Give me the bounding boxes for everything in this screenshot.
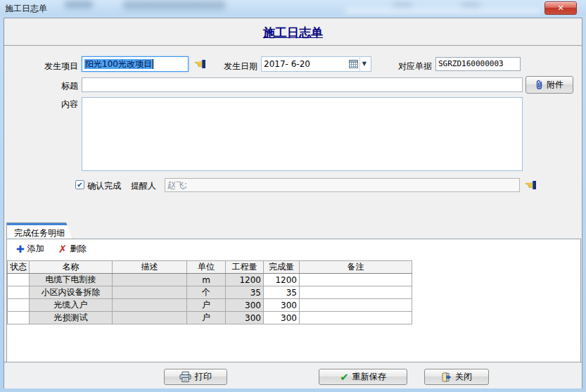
calendar-icon[interactable] — [349, 60, 358, 68]
table-toolbar: ✚ 添加 ✗ 删除 — [7, 239, 580, 258]
project-lookup-hand-icon[interactable]: ☚ — [194, 59, 205, 70]
table-cell[interactable] — [8, 312, 30, 324]
add-row-button[interactable]: ✚ 添加 — [16, 243, 44, 255]
reminder-lookup-hand-icon[interactable]: ☚ — [525, 180, 536, 191]
close-form-button-label: 关闭 — [455, 371, 472, 383]
background-window-artifact — [345, 8, 542, 14]
column-header[interactable]: 名称 — [30, 261, 113, 274]
footer-bar: 打印 ✔ 重新保存 关闭 — [4, 362, 582, 388]
table-cell[interactable]: 光损测试 — [30, 312, 113, 324]
table-cell[interactable] — [113, 274, 187, 286]
printer-icon — [179, 372, 191, 382]
dialog-panel: 施工日志单 发生项目 阳光100光改项目 ☚ 发生日期 2017- 6-20 ▼… — [4, 18, 582, 362]
table-header-row: 状态名称描述单位工程量完成量备注 — [8, 261, 412, 274]
task-table: 状态名称描述单位工程量完成量备注 电缆下电割接m12001200小区内设备拆除个… — [7, 260, 412, 324]
heading-band: 施工日志单 — [4, 18, 582, 46]
table-cell[interactable] — [113, 286, 187, 299]
content-label: 内容 — [43, 99, 78, 110]
date-value: 2017- 6-20 — [264, 57, 349, 71]
column-header[interactable]: 描述 — [113, 261, 187, 274]
table-cell[interactable] — [300, 286, 412, 299]
column-header[interactable]: 完成量 — [264, 261, 300, 274]
window-title: 施工日志单 — [5, 3, 47, 15]
table-cell[interactable] — [113, 299, 187, 312]
column-header[interactable]: 单位 — [187, 261, 226, 274]
table-row[interactable]: 光缆入户户300300 — [8, 299, 412, 312]
titlebar: 施工日志单 ✕ — [0, 0, 586, 15]
doc-label: 对应单据 — [390, 61, 432, 72]
table-cell[interactable]: 1200 — [226, 274, 264, 286]
column-header[interactable]: 备注 — [300, 261, 412, 274]
project-label: 发生项目 — [18, 61, 78, 72]
project-input[interactable]: 阳光100光改项目 — [82, 56, 189, 72]
table-cell[interactable] — [8, 274, 30, 286]
reminder-input[interactable]: 赵飞; — [165, 178, 520, 192]
table-cell[interactable]: 小区内设备拆除 — [30, 286, 113, 299]
table-cell[interactable]: 1200 — [264, 274, 300, 286]
date-picker[interactable]: 2017- 6-20 ▼ — [261, 56, 371, 72]
table-cell[interactable]: 35 — [226, 286, 264, 299]
table-cell[interactable] — [300, 299, 412, 312]
project-selected-text: 阳光100光改项目 — [84, 59, 153, 69]
column-header[interactable]: 工程量 — [226, 261, 264, 274]
attachment-button[interactable]: 附件 — [526, 76, 573, 94]
date-label: 发生日期 — [215, 61, 257, 72]
table-cell[interactable] — [300, 312, 412, 324]
delete-row-label: 删除 — [70, 243, 87, 255]
title-label: 标题 — [43, 80, 78, 92]
attachment-button-label: 附件 — [547, 79, 563, 91]
table-cell[interactable]: 电缆下电割接 — [30, 274, 113, 286]
table-cell[interactable]: 户 — [187, 299, 226, 312]
background-window-artifact — [123, 1, 225, 10]
delete-x-icon: ✗ — [58, 244, 68, 254]
save-button[interactable]: ✔ 重新保存 — [319, 369, 407, 385]
table-cell[interactable]: 户 — [187, 312, 226, 324]
construction-log-window: 施工日志单 ✕ 施工日志单 发生项目 阳光100光改项目 ☚ 发生日期 2017… — [0, 0, 586, 392]
confirm-label: 确认完成 — [87, 180, 122, 192]
delete-row-button[interactable]: ✗ 删除 — [58, 243, 87, 255]
close-form-button[interactable]: 关闭 — [424, 369, 489, 385]
table-cell[interactable]: 光缆入户 — [30, 299, 113, 312]
content-textarea[interactable] — [82, 97, 523, 171]
column-header[interactable]: 状态 — [8, 261, 30, 274]
print-button[interactable]: 打印 — [164, 369, 227, 385]
task-detail-panel: ✚ 添加 ✗ 删除 状态名称描述单位工程量完成量备注 电缆下电割接m120012… — [6, 239, 581, 362]
table-cell[interactable] — [8, 299, 30, 312]
add-row-label: 添加 — [27, 243, 44, 255]
table-row[interactable]: 光损测试户300300 — [8, 312, 412, 324]
close-window-button[interactable]: ✕ — [544, 1, 577, 15]
paperclip-icon — [535, 80, 543, 90]
table-cell[interactable] — [8, 286, 30, 299]
table-cell[interactable]: 个 — [187, 286, 226, 299]
title-input[interactable] — [82, 77, 523, 92]
table-cell[interactable]: 300 — [264, 312, 300, 324]
reminder-label: 提醒人 — [131, 180, 160, 192]
table-cell[interactable] — [113, 312, 187, 324]
save-button-label: 重新保存 — [352, 371, 386, 383]
table-row[interactable]: 小区内设备拆除个3535 — [8, 286, 412, 299]
table-row[interactable]: 电缆下电割接m12001200 — [8, 274, 412, 286]
confirm-checkbox[interactable]: ✔ — [75, 180, 84, 189]
table-cell[interactable]: 300 — [264, 299, 300, 312]
tab-completed-tasks[interactable]: 完成任务明细 — [6, 222, 72, 239]
doc-input[interactable]: SGRZD160000003 — [435, 57, 521, 71]
table-cell[interactable]: 35 — [264, 286, 300, 299]
table-cell[interactable]: 300 — [226, 312, 264, 324]
check-icon: ✔ — [340, 371, 349, 384]
date-dropdown-arrow-icon[interactable]: ▼ — [359, 57, 369, 71]
table-cell[interactable]: m — [187, 274, 226, 286]
print-button-label: 打印 — [195, 371, 212, 383]
form-heading: 施工日志单 — [4, 25, 582, 41]
exit-door-icon — [441, 372, 452, 382]
table-cell[interactable] — [300, 274, 412, 286]
plus-icon: ✚ — [16, 244, 25, 254]
table-cell[interactable]: 300 — [226, 299, 264, 312]
background-window-artifact — [65, 1, 93, 8]
